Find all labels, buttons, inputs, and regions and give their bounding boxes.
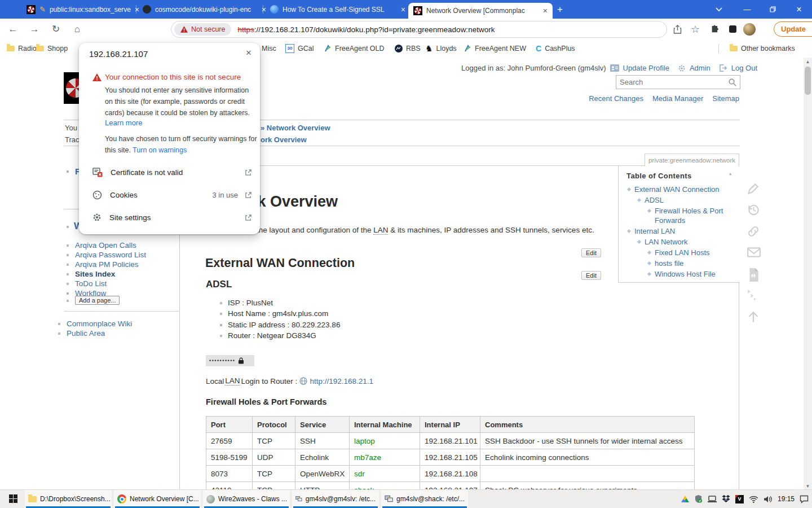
security-shield-icon[interactable]: [694, 494, 703, 503]
backlinks-chain-icon[interactable]: [747, 225, 760, 238]
window-minimize-button[interactable]: —: [738, 0, 757, 19]
logout-link[interactable]: Log Out: [731, 64, 757, 72]
scrollbar-up-arrow[interactable]: ▲: [804, 58, 812, 65]
tab-close-icon[interactable]: ×: [543, 6, 548, 15]
new-tab-button[interactable]: +: [554, 3, 566, 16]
wiki-search-box[interactable]: [616, 75, 740, 89]
toc-link-firewall-holes[interactable]: Firewall Holes & Port Forwards: [655, 206, 739, 225]
sidebar-item-todo-list[interactable]: ToDo List: [75, 279, 107, 288]
router-ip-link[interactable]: http://192.168.21.1: [310, 377, 373, 386]
start-button[interactable]: [9, 494, 17, 503]
bookmark-rbs[interactable]: RBS: [395, 40, 421, 57]
popup-close-icon[interactable]: ×: [246, 47, 251, 59]
dark-extension-icon[interactable]: [724, 19, 741, 40]
machine-link[interactable]: mb7aze: [354, 453, 381, 462]
learn-more-link[interactable]: Learn more: [105, 119, 142, 127]
sidebar-item-commonplace-wiki[interactable]: Commonplace Wiki: [67, 319, 132, 328]
reload-button[interactable]: ↻: [47, 19, 64, 40]
certificate-row[interactable]: Certificate is not valid: [92, 166, 252, 178]
edit-section-button[interactable]: Edit: [581, 271, 601, 280]
tab-close-icon[interactable]: ×: [401, 5, 405, 14]
edit-section-button[interactable]: Edit: [581, 248, 601, 257]
window-restore-button[interactable]: [763, 0, 782, 19]
taskbar-button-chrome[interactable]: Network Overview [C...: [114, 490, 201, 508]
page-history-icon[interactable]: [747, 203, 760, 217]
taskbar-button-claws-mail[interactable]: Wire2waves - Claws ...: [203, 490, 290, 508]
cookies-row[interactable]: Cookies 3 in use: [92, 189, 252, 201]
bookmark-lloyds[interactable]: ♞ Lloyds: [425, 40, 457, 57]
page-scrollbar[interactable]: ▲ ▼: [804, 58, 812, 490]
scrollbar-down-arrow[interactable]: ▼: [804, 482, 812, 490]
breadcrumb-current-link[interactable]: » Network Overview: [261, 124, 330, 132]
toc-collapse-icon[interactable]: ▲: [729, 172, 732, 180]
sidebar-item-sites-index-current[interactable]: Sites Index: [75, 270, 115, 278]
tab-sandbox-server[interactable]: ✎ public:linux:sandbox_server [C ×: [21, 0, 144, 19]
search-input[interactable]: [616, 78, 728, 86]
toc-link-adsl[interactable]: ADSL: [645, 195, 664, 205]
add-a-page-button[interactable]: Add a page...: [75, 296, 120, 305]
admin-link[interactable]: Admin: [690, 64, 710, 72]
bookmark-cashplus[interactable]: C CashPlus: [536, 40, 575, 57]
home-button[interactable]: ⌂: [69, 19, 86, 40]
edit-page-pencil-icon[interactable]: [747, 182, 760, 195]
sidebar-item-arqiva-open-calls[interactable]: Arqiva Open Calls: [75, 241, 136, 249]
taskbar-button-explorer[interactable]: D:\Dropbox\Screensh...: [25, 490, 112, 508]
bookmark-shopping[interactable]: Shopp: [36, 40, 68, 57]
sidebar-item-public-area[interactable]: Public Area: [67, 329, 105, 338]
action-center-icon[interactable]: [800, 495, 809, 503]
bookmark-gcal[interactable]: 30 GCal: [285, 40, 314, 57]
google-drive-icon[interactable]: [681, 496, 689, 502]
url-text[interactable]: https://192.168.21.107/dokuwiki/doku.php…: [237, 25, 495, 34]
dropbox-icon[interactable]: [722, 495, 730, 503]
bookmark-radio[interactable]: Radio: [7, 40, 37, 57]
clock[interactable]: 19:15: [778, 495, 795, 503]
toc-link-hosts-file[interactable]: hosts file: [655, 259, 683, 268]
bookmark-star-icon[interactable]: ☆: [687, 19, 704, 40]
volume-icon[interactable]: [764, 496, 773, 503]
update-profile-link[interactable]: Update Profile: [623, 64, 669, 72]
share-icon[interactable]: [669, 19, 686, 40]
bookmark-misc[interactable]: Misc: [262, 40, 276, 57]
back-button[interactable]: ←: [5, 19, 21, 40]
laptop-icon[interactable]: [708, 496, 717, 503]
sidebar-item-arqiva-pm-policies[interactable]: Arqiva PM Policies: [75, 260, 139, 269]
tab-ssl-howto[interactable]: How To Create a Self-Signed SSL ×: [265, 0, 411, 19]
sidebar-item-arqiva-password-list[interactable]: Arqiva Password List: [75, 251, 146, 259]
toc-link-lan-network[interactable]: LAN Network: [645, 237, 688, 247]
search-icon[interactable]: [728, 78, 737, 87]
toc-link-external-wan[interactable]: External WAN Connection: [634, 185, 720, 194]
bookmark-freeagent-new[interactable]: FreeAgent NEW: [464, 40, 526, 57]
other-bookmarks-folder[interactable]: Other bookmarks: [730, 40, 795, 57]
toc-link-internal-lan[interactable]: Internal LAN: [634, 226, 675, 236]
fold-unfold-icon[interactable]: [747, 289, 759, 301]
media-manager-link[interactable]: Media Manager: [652, 94, 703, 103]
back-to-top-icon[interactable]: [747, 309, 760, 324]
external-link-icon[interactable]: [245, 191, 252, 199]
bookmark-freeagent-old[interactable]: FreeAgent OLD: [324, 40, 385, 57]
update-chrome-button[interactable]: Update ⋮: [774, 21, 812, 37]
tab-network-overview-active[interactable]: Network Overview [Commonplac ×: [408, 3, 553, 19]
tab-github[interactable]: cosmocode/dokuwiki-plugin-enc ×: [138, 0, 271, 19]
toc-link-windows-host-file[interactable]: Windows Host File: [655, 269, 716, 279]
site-settings-row[interactable]: Site settings: [92, 211, 252, 224]
extensions-puzzle-icon[interactable]: [706, 19, 723, 40]
trace-current-link[interactable]: ork Overview: [261, 135, 307, 144]
forward-button[interactable]: →: [26, 19, 43, 40]
machine-link[interactable]: laptop: [354, 437, 375, 445]
window-close-button[interactable]: ×: [789, 0, 809, 19]
external-link-icon[interactable]: [245, 214, 252, 221]
taskbar-button-putty-shack[interactable]: gm4slv@shack: /etc/...: [381, 490, 468, 508]
menu-dots-icon[interactable]: ⋮: [810, 25, 812, 33]
tab-search-chevron-icon[interactable]: [709, 0, 729, 19]
external-link-icon[interactable]: [245, 169, 252, 176]
wifi-icon[interactable]: [749, 496, 758, 503]
sitemap-link[interactable]: Sitemap: [712, 94, 739, 103]
machine-link[interactable]: sdr: [354, 470, 365, 478]
mail-page-icon[interactable]: [747, 246, 761, 259]
vnc-icon[interactable]: V: [735, 495, 744, 503]
export-pdf-icon[interactable]: [747, 268, 760, 282]
address-bar[interactable]: Not secure https://192.168.21.107/dokuwi…: [171, 21, 667, 38]
taskbar-button-putty-gm4slv[interactable]: gm4slv@gm4slv: /etc...: [292, 490, 379, 508]
hidden-password-box[interactable]: ••••••••••: [206, 355, 254, 366]
profile-avatar[interactable]: [741, 19, 758, 40]
